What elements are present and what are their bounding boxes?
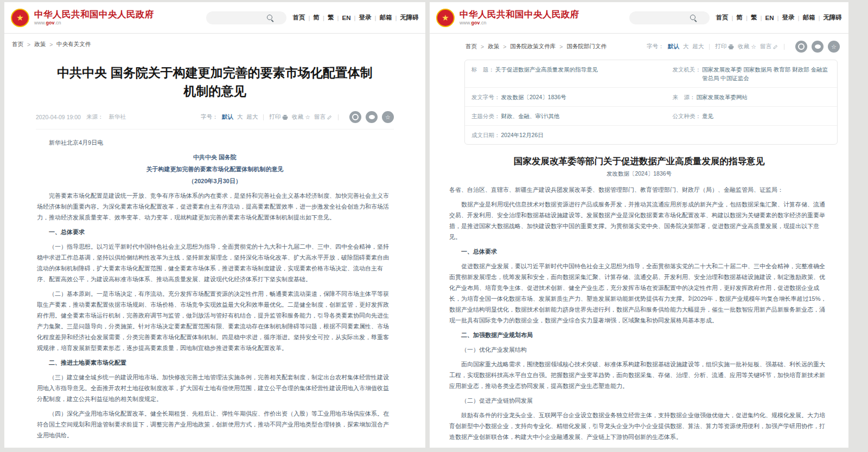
section-heading: 一、总体要求 [449, 246, 829, 257]
page-title: 国家发展改革委等部门关于促进数据产业高质量发展的指导意见 [449, 154, 829, 167]
gov-header: ★ 中华人民共和国中央人民政府 www.gov.cn 首页| 简| 繁| EN|… [430, 2, 848, 34]
info-value-topic-category: 财政、金融、审计\其他 [501, 112, 560, 120]
publish-date: 2020-04-09 19:00 [36, 114, 81, 120]
fontsize-xlarge-button[interactable]: 超大 [692, 43, 704, 50]
document-number: 发改数据〔2024〕1836号 [430, 170, 848, 178]
national-emblem-logo: ★ [436, 9, 455, 27]
nav-separator: | [337, 15, 339, 21]
nav-traditional[interactable]: 繁 [328, 14, 334, 22]
share-icons: ☆ [795, 41, 840, 53]
breadcrumb-home[interactable]: 首页 [465, 43, 477, 50]
article-meta-row: 2020-04-09 19:00 来源： 新华社 字号： 默认 大 超大 打印 … [36, 111, 394, 130]
toolbar-divider [709, 44, 710, 50]
nav-separator: | [354, 15, 356, 21]
weibo-share-icon[interactable] [349, 111, 361, 123]
toolbar-divider [263, 114, 264, 120]
paragraph: （四）深化产业用地市场化配置改革。健全长期租赁、先租后让、弹性年期供应、作价出资… [37, 408, 393, 441]
article-left: 中共中央 国务院关于构建更加完善的要素市场化配置体制机制的意见 2020-04-… [4, 63, 425, 441]
weibo-glyph [352, 114, 359, 120]
breadcrumb-department-documents[interactable]: 国务院部门文件 [566, 43, 607, 50]
fontsize-large-button[interactable]: 大 [237, 113, 243, 121]
fontsize-xlarge-button[interactable]: 超大 [246, 113, 258, 121]
pencil-icon [327, 114, 333, 120]
info-value-issuing-body: 国家发展改革委 国家数据局 教育部 财政部 金融监管总局 中国证监会 [702, 65, 831, 82]
nav-separator: | [732, 15, 733, 21]
article-toolbar: 字号： 默认 大 超大 打印 收藏 ☆ 留言 [647, 41, 840, 53]
favorite-label: 收藏 [738, 43, 749, 50]
info-label-title: 标 题： [471, 65, 494, 82]
wechat-glyph [815, 44, 821, 49]
favorite-button[interactable]: 收藏 ☆ [292, 113, 310, 121]
nav-login[interactable]: 登录 [359, 14, 372, 22]
breadcrumb-central-documents[interactable]: 中央有关文件 [56, 41, 91, 48]
nav-separator: | [375, 15, 376, 21]
paragraph: 完善要素市场化配置是建设统一开放、竞争有序市场体系的内在要求，是坚持和完善社会主… [37, 190, 393, 223]
nav-mail[interactable]: 邮箱 [803, 14, 815, 22]
info-value-date-signed: 2024年12月26日 [501, 131, 544, 139]
national-emblem-logo: ★ [11, 9, 29, 27]
favorite-share-icon[interactable]: ☆ [828, 41, 840, 53]
print-label: 打印 [715, 43, 726, 50]
nav-simplified[interactable]: 简 [314, 14, 320, 22]
fontsize-default-button[interactable]: 默认 [222, 113, 233, 121]
comment-button[interactable]: 留言 [760, 43, 778, 50]
favorite-button[interactable]: 收藏 ☆ [738, 43, 756, 50]
breadcrumb-policy[interactable]: 政策 [488, 43, 499, 50]
search-input[interactable] [629, 11, 710, 24]
wechat-share-icon[interactable] [366, 111, 378, 123]
nav-separator: | [309, 15, 310, 21]
toolbar-divider [784, 44, 784, 50]
star-glyph: ☆ [831, 43, 837, 50]
search-input[interactable] [206, 11, 286, 24]
nav-home[interactable]: 首页 [293, 14, 305, 22]
paragraph: （一）指导思想。以习近平新时代中国特色社会主义思想为指导，全面贯彻党的十九大和十… [37, 241, 393, 285]
nav-separator: | [761, 15, 762, 21]
emblem-star-icon: ★ [16, 13, 23, 23]
site-brand[interactable]: ★ 中华人民共和国中央人民政府 www.gov.cn [436, 9, 579, 27]
site-url-www: www. [34, 20, 46, 25]
nav-login[interactable]: 登录 [782, 14, 795, 22]
info-value-source: 国家发展改革委网站 [696, 93, 748, 101]
site-brand[interactable]: ★ 中华人民共和国中央人民政府 www.gov.cn [11, 9, 154, 27]
fontsize-default-button[interactable]: 默认 [668, 43, 679, 50]
nav-mail[interactable]: 邮箱 [380, 14, 392, 22]
nav-separator: | [395, 15, 397, 21]
pencil-icon [773, 44, 778, 49]
breadcrumb-separator: > [481, 43, 484, 50]
table-row: 主题分类： 财政、金融、审计\其他 公文种类： 意见 [465, 107, 837, 126]
source-value[interactable]: 新华社 [108, 113, 126, 121]
print-button[interactable]: 打印 [269, 113, 288, 121]
paragraph: 鼓励有条件的行业龙头企业、互联网平台企业设立数据业务独立经营主体，支持数据企业做… [449, 410, 829, 442]
weibo-share-icon[interactable] [795, 41, 807, 53]
comment-button[interactable]: 留言 [314, 113, 333, 121]
info-value-title[interactable]: 关于促进数据产业高质量发展的指导意见 [495, 65, 598, 82]
site-url-www: www. [459, 20, 471, 25]
wechat-glyph [369, 115, 375, 119]
wechat-share-icon[interactable] [812, 41, 824, 53]
nav-simplified[interactable]: 简 [737, 14, 743, 22]
page-title: 中共中央 国务院关于构建更加完善的要素市场化配置体制机制的意见 [52, 63, 378, 100]
info-label-doc-number: 发文字号： [471, 93, 500, 101]
nav-traditional[interactable]: 繁 [751, 14, 757, 22]
search-icon[interactable] [267, 15, 272, 20]
browser-window-right: ★ 中华人民共和国中央人民政府 www.gov.cn 首页| 简| 繁| EN|… [430, 2, 848, 448]
info-label-doc-type: 公文种类： [672, 112, 701, 120]
breadcrumb-policy[interactable]: 政策 [34, 41, 46, 48]
nav-english[interactable]: EN [342, 15, 351, 21]
nav-home[interactable]: 首页 [716, 14, 729, 22]
breadcrumb-policy-library[interactable]: 国务院政策文件库 [510, 43, 556, 50]
breadcrumb-home[interactable]: 首页 [12, 41, 23, 48]
paragraph: （二）基本原则。一是市场决定，有序流动。充分发挥市场配置资源的决定性作用，畅通要… [37, 288, 393, 353]
site-url-gov: gov [471, 20, 480, 25]
org-line: 关于构建更加完善的要素市场化配置体制机制的意见 [37, 164, 393, 175]
nav-accessibility[interactable]: 无障碍 [400, 14, 419, 22]
info-label-issuing-body: 发文机关： [672, 65, 701, 82]
fontsize-label: 字号： [647, 43, 664, 50]
nav-english[interactable]: EN [765, 15, 774, 21]
nav-accessibility[interactable]: 无障碍 [824, 14, 843, 22]
favorite-share-icon[interactable]: ☆ [382, 111, 394, 123]
print-button[interactable]: 打印 [715, 43, 734, 50]
fontsize-large-button[interactable]: 大 [683, 43, 689, 50]
site-url: www.gov.cn [34, 21, 154, 26]
search-icon[interactable] [690, 15, 695, 20]
